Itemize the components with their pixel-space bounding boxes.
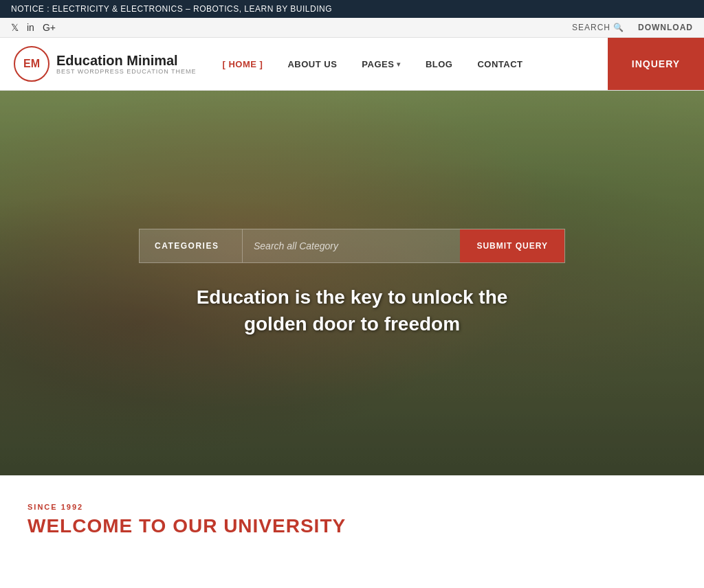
logo-area: EM Education Minimal BEST WORDPRESS EDUC… xyxy=(0,38,210,90)
nav-item-pages[interactable]: PAGES ▾ xyxy=(349,38,413,90)
nav-contact-label: CONTACT xyxy=(477,59,522,69)
download-link[interactable]: DOWNLOAD xyxy=(638,23,693,32)
notice-text: NOTICE : ELECTRICITY & ELECTRONICS – ROB… xyxy=(11,4,332,14)
nav-blog-label: BLOG xyxy=(426,59,453,69)
nav-links: [ HOME ] ABOUT US PAGES ▾ BLOG CONTACT xyxy=(210,38,608,90)
search-label: SEARCH xyxy=(572,23,610,32)
navbar: EM Education Minimal BEST WORDPRESS EDUC… xyxy=(0,38,704,91)
search-icon: 🔍 xyxy=(613,23,624,32)
search-link[interactable]: SEARCH 🔍 xyxy=(572,23,624,32)
twitter-icon[interactable]: 𝕏 xyxy=(11,22,19,33)
logo-initials: EM xyxy=(23,58,40,70)
inquery-label: INQUERY xyxy=(632,58,680,69)
hero-tagline: Education is the key to unlock the golde… xyxy=(166,284,538,337)
logo-text: Education Minimal BEST WORDPRESS EDUCATI… xyxy=(56,53,197,75)
nav-item-blog[interactable]: BLOG xyxy=(413,38,465,90)
linkedin-icon[interactable]: in xyxy=(27,22,34,33)
notice-bar: NOTICE : ELECTRICITY & ELECTRONICS – ROB… xyxy=(0,0,704,18)
nav-home-label: [ HOME ] xyxy=(223,59,263,69)
social-icons-group: 𝕏 in G+ xyxy=(11,22,56,33)
below-hero-section: SINCE 1992 WELCOME TO OUR UNIVERSITY xyxy=(0,475,704,551)
hero-content: CATEGORIES SUBMIT QUERY Education is the… xyxy=(0,229,704,337)
nav-about-label: ABOUT US xyxy=(287,59,337,69)
chevron-down-icon: ▾ xyxy=(397,60,401,68)
logo-emblem: EM xyxy=(14,46,50,82)
nav-item-about[interactable]: ABOUT US xyxy=(275,38,349,90)
topbar-right: SEARCH 🔍 DOWNLOAD xyxy=(572,23,693,32)
nav-item-contact[interactable]: CONTACT xyxy=(465,38,535,90)
nav-pages-label: PAGES xyxy=(362,59,394,69)
logo-name: Education Minimal xyxy=(56,53,197,68)
since-label: SINCE 1992 xyxy=(28,503,676,511)
nav-item-home[interactable]: [ HOME ] xyxy=(210,38,276,90)
welcome-title: WELCOME TO OUR UNIVERSITY xyxy=(28,515,676,537)
logo-tagline: BEST WORDPRESS EDUCATION THEME xyxy=(56,68,197,75)
hero-section: CATEGORIES SUBMIT QUERY Education is the… xyxy=(0,91,704,475)
inquery-button[interactable]: INQUERY xyxy=(608,38,704,90)
search-category-label[interactable]: CATEGORIES xyxy=(140,229,243,262)
submit-query-button[interactable]: SUBMIT QUERY xyxy=(460,229,564,262)
search-input[interactable] xyxy=(243,229,460,262)
hero-search-bar: CATEGORIES SUBMIT QUERY xyxy=(139,229,565,263)
top-bar: 𝕏 in G+ SEARCH 🔍 DOWNLOAD xyxy=(0,18,704,38)
google-plus-icon[interactable]: G+ xyxy=(43,22,56,33)
